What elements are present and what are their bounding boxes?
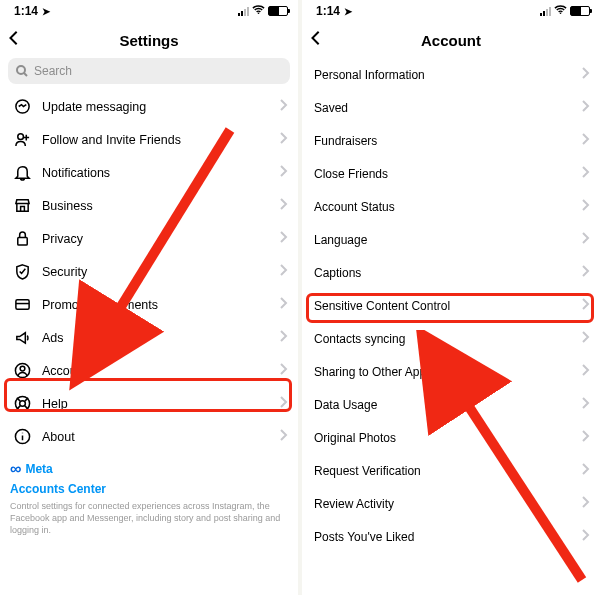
lock-icon [12, 230, 32, 247]
meta-brand: ∞Meta [10, 459, 288, 480]
settings-item-label: Account [42, 364, 280, 378]
settings-item-notifications[interactable]: Notifications [0, 156, 298, 189]
svg-point-10 [258, 12, 260, 14]
nav-header: Settings [0, 22, 298, 58]
account-item-saved[interactable]: Saved [302, 91, 600, 124]
chevron-right-icon [280, 429, 288, 444]
search-placeholder: Search [34, 64, 72, 78]
account-item-captions[interactable]: Captions [302, 256, 600, 289]
settings-item-ads[interactable]: Ads [0, 321, 298, 354]
settings-item-update-messaging[interactable]: Update messaging [0, 90, 298, 123]
settings-item-security[interactable]: Security [0, 255, 298, 288]
account-item-data-usage[interactable]: Data Usage [302, 388, 600, 421]
chevron-right-icon [280, 198, 288, 213]
accounts-center-footer: ∞Meta Accounts Center Control settings f… [0, 453, 298, 536]
chevron-right-icon [582, 298, 590, 313]
account-item-close-friends[interactable]: Close Friends [302, 157, 600, 190]
signal-icon [238, 6, 249, 16]
account-item-posts-youve-liked[interactable]: Posts You've Liked [302, 520, 600, 553]
info-icon [12, 428, 32, 445]
chevron-right-icon [582, 463, 590, 478]
account-item-label: Original Photos [314, 431, 582, 445]
account-item-review-activity[interactable]: Review Activity [302, 487, 600, 520]
account-item-label: Posts You've Liked [314, 530, 582, 544]
account-item-label: Personal Information [314, 68, 582, 82]
account-item-label: Data Usage [314, 398, 582, 412]
chevron-right-icon [280, 396, 288, 411]
chevron-right-icon [280, 264, 288, 279]
search-input[interactable]: Search [8, 58, 290, 84]
bell-icon [12, 164, 32, 181]
svg-point-12 [560, 12, 562, 14]
account-item-label: Close Friends [314, 167, 582, 181]
settings-item-label: Help [42, 397, 280, 411]
account-item-label: Contacts syncing [314, 332, 582, 346]
chevron-right-icon [280, 165, 288, 180]
battery-icon [570, 6, 590, 16]
settings-item-label: Ads [42, 331, 280, 345]
chevron-right-icon [582, 397, 590, 412]
back-button[interactable] [6, 30, 22, 49]
settings-item-promo-payments[interactable]: Promotion Payments [0, 288, 298, 321]
chevron-right-icon [582, 232, 590, 247]
account-screen: 1:14 ➤ Account Personal InformationSaved… [302, 0, 600, 595]
account-item-label: Sharing to Other Apps [314, 365, 582, 379]
status-bar: 1:14 ➤ [0, 0, 298, 22]
back-button[interactable] [308, 30, 324, 49]
accounts-center-link[interactable]: Accounts Center [10, 482, 288, 498]
status-time: 1:14 [316, 4, 340, 18]
chevron-right-icon [582, 265, 590, 280]
account-item-account-status[interactable]: Account Status [302, 190, 600, 223]
settings-item-label: Update messaging [42, 100, 280, 114]
person-plus-icon [12, 131, 32, 148]
settings-item-about[interactable]: About [0, 420, 298, 453]
settings-item-business[interactable]: Business [0, 189, 298, 222]
account-item-fundraisers[interactable]: Fundraisers [302, 124, 600, 157]
account-item-language[interactable]: Language [302, 223, 600, 256]
account-item-label: Captions [314, 266, 582, 280]
chevron-right-icon [582, 529, 590, 544]
settings-item-label: Promotion Payments [42, 298, 280, 312]
status-time: 1:14 [14, 4, 38, 18]
location-icon: ➤ [42, 6, 50, 17]
account-item-label: Review Activity [314, 497, 582, 511]
account-item-label: Language [314, 233, 582, 247]
nav-header: Account [302, 22, 600, 58]
account-item-personal-info[interactable]: Personal Information [302, 58, 600, 91]
chevron-right-icon [280, 297, 288, 312]
chevron-right-icon [582, 364, 590, 379]
account-item-sensitive-content[interactable]: Sensitive Content Control [302, 289, 600, 322]
account-item-original-photos[interactable]: Original Photos [302, 421, 600, 454]
settings-item-label: Security [42, 265, 280, 279]
account-item-label: Saved [314, 101, 582, 115]
chevron-right-icon [582, 199, 590, 214]
messenger-icon [12, 98, 32, 115]
wifi-icon [252, 5, 265, 17]
settings-item-follow-invite[interactable]: Follow and Invite Friends [0, 123, 298, 156]
settings-item-account[interactable]: Account [0, 354, 298, 387]
chevron-right-icon [280, 330, 288, 345]
lifebuoy-icon [12, 395, 32, 412]
chevron-right-icon [582, 67, 590, 82]
settings-item-label: Business [42, 199, 280, 213]
settings-item-label: Privacy [42, 232, 280, 246]
signal-icon [540, 6, 551, 16]
page-title: Settings [119, 32, 178, 49]
settings-item-privacy[interactable]: Privacy [0, 222, 298, 255]
account-item-contacts-syncing[interactable]: Contacts syncing [302, 322, 600, 355]
chevron-right-icon [280, 132, 288, 147]
chevron-right-icon [280, 363, 288, 378]
battery-icon [268, 6, 288, 16]
account-item-sharing-other-apps[interactable]: Sharing to Other Apps [302, 355, 600, 388]
chevron-right-icon [582, 331, 590, 346]
status-bar: 1:14 ➤ [302, 0, 600, 22]
wifi-icon [554, 5, 567, 17]
user-circle-icon [12, 362, 32, 379]
location-icon: ➤ [344, 6, 352, 17]
account-item-label: Sensitive Content Control [314, 299, 582, 313]
settings-item-help[interactable]: Help [0, 387, 298, 420]
settings-item-label: Notifications [42, 166, 280, 180]
account-item-request-verification[interactable]: Request Verification [302, 454, 600, 487]
search-icon [16, 65, 28, 77]
settings-screen: 1:14 ➤ Settings Search Update messagingF… [0, 0, 298, 595]
